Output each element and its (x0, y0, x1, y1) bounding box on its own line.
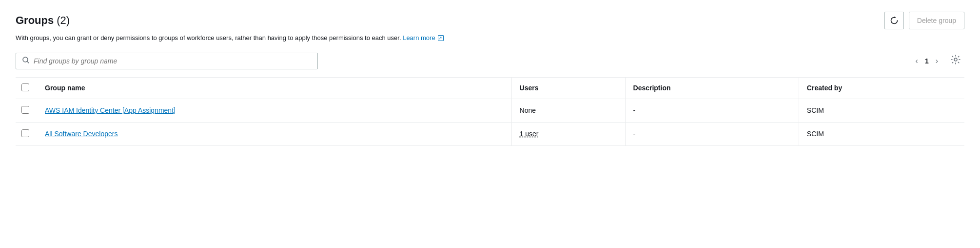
pagination-current-page: 1 (925, 57, 929, 65)
refresh-button[interactable] (884, 12, 904, 29)
search-icon (22, 56, 30, 66)
select-all-checkbox[interactable] (21, 83, 29, 91)
learn-more-link[interactable]: Learn more (403, 33, 443, 43)
row-checkbox-cell (16, 99, 37, 122)
page-header: Groups (2) Delete group (16, 12, 964, 29)
refresh-icon (890, 16, 899, 25)
row-group-name[interactable]: AWS IAM Identity Center [App Assignment] (37, 99, 511, 122)
groups-table: Group name Users Description Created by … (16, 78, 964, 146)
settings-button[interactable] (947, 53, 964, 69)
row-group-name[interactable]: All Software Developers (37, 122, 511, 145)
row-checkbox[interactable] (21, 106, 29, 114)
description-row: With groups, you can grant or deny permi… (16, 33, 964, 43)
table-row: AWS IAM Identity Center [App Assignment]… (16, 99, 964, 122)
table-header-row: Group name Users Description Created by (16, 78, 964, 99)
pagination-controls: ‹ 1 › (913, 53, 964, 69)
search-pagination-row: ‹ 1 › (16, 53, 964, 69)
row-description: - (625, 122, 799, 145)
row-users: 1 user (511, 122, 625, 145)
row-users: None (511, 99, 625, 122)
col-header-description: Description (625, 78, 799, 99)
header-buttons: Delete group (884, 12, 964, 29)
description-text: With groups, you can grant or deny permi… (16, 34, 401, 41)
col-header-users: Users (511, 78, 625, 99)
title-area: Groups (2) (16, 14, 70, 27)
search-box (16, 53, 318, 69)
groups-count: (2) (57, 14, 70, 27)
row-checkbox[interactable] (21, 129, 29, 137)
group-name-link[interactable]: AWS IAM Identity Center [App Assignment] (45, 106, 176, 114)
col-header-checkbox (16, 78, 37, 99)
groups-table-container: Group name Users Description Created by … (16, 77, 964, 146)
svg-line-1 (27, 61, 29, 63)
group-name-link[interactable]: All Software Developers (45, 130, 118, 138)
delete-group-button[interactable]: Delete group (909, 12, 964, 29)
pagination-prev-button[interactable]: ‹ (913, 55, 921, 67)
row-checkbox-cell (16, 122, 37, 145)
external-link-icon (438, 35, 444, 41)
pagination-next-button[interactable]: › (933, 55, 941, 67)
row-created-by: SCIM (799, 99, 964, 122)
row-created-by: SCIM (799, 122, 964, 145)
table-row: All Software Developers1 user-SCIM (16, 122, 964, 145)
col-header-created-by: Created by (799, 78, 964, 99)
row-description: - (625, 99, 799, 122)
search-input[interactable] (34, 57, 312, 65)
gear-icon (951, 55, 960, 64)
svg-point-2 (954, 58, 957, 61)
page-title: Groups (16, 14, 54, 27)
col-header-group-name: Group name (37, 78, 511, 99)
